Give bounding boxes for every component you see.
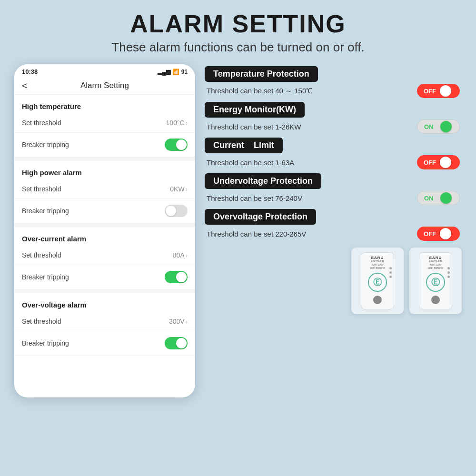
status-time: 10:38 <box>22 68 38 75</box>
toggle-current-knob <box>440 157 451 168</box>
toggle-overvoltage[interactable]: OFF <box>417 227 460 241</box>
breaker-toggle-3[interactable] <box>165 271 188 283</box>
set-threshold-value-1: 100°C › <box>166 119 188 127</box>
feature-current-row: Threshold can be set 1-63A OFF <box>205 155 462 169</box>
set-threshold-label-2: Set threshold <box>22 185 61 193</box>
feature-energy-label: Energy Monitor(KW) <box>205 102 305 118</box>
divider-3 <box>14 289 195 293</box>
battery-icon: 91 <box>181 69 188 75</box>
device-image-1: EARU EAKCB-T-M-63A~230VWIFI 50/60HZ Ⓔ <box>351 248 404 314</box>
set-threshold-label-3: Set threshold <box>22 251 61 259</box>
phone-header: < Alarm Setting <box>14 77 195 95</box>
feature-overvoltage: Overvoltage Protection Threshold can be … <box>205 209 462 241</box>
feature-temp-protection: Temperature Protection Threshold can be … <box>205 66 462 98</box>
device-dot-1a <box>389 267 392 269</box>
breaker-toggle-1[interactable] <box>165 139 188 151</box>
feature-overvoltage-label: Overvoltage Protection <box>205 209 316 225</box>
set-threshold-row-4[interactable]: Set threshold 300V › <box>14 312 195 331</box>
feature-overvoltage-row: Threshold can be set 220-265V OFF <box>205 227 462 241</box>
set-threshold-row-3[interactable]: Set threshold 80A › <box>14 246 195 265</box>
feature-energy-desc: Threshold can be set 1-26KW <box>207 123 301 131</box>
device-screen-2: Ⓔ <box>426 273 445 292</box>
set-threshold-value-2: 0KW › <box>170 185 188 193</box>
device-model-2: EAKCB-T-M-63A~230VWIFI 50/60HZ <box>428 260 443 270</box>
content-row: 10:38 ▂▄▆ 📶 91 < Alarm Setting High temp… <box>14 64 462 471</box>
feature-undervoltage-row: Threshold can be set 76-240V ON <box>205 191 462 205</box>
toggle-undervoltage[interactable]: ON <box>417 191 460 205</box>
toggle-temp-knob <box>440 85 451 97</box>
device-dot-1b <box>389 271 392 274</box>
toggle-energy-text: ON <box>424 123 437 130</box>
page-container: ALARM SETTING These alarm functions can … <box>0 0 476 476</box>
breaker-row-3: Breaker tripping <box>14 265 195 289</box>
wifi-icon: 📶 <box>172 69 179 75</box>
device-knob-1 <box>373 296 382 304</box>
feature-undervoltage-label: Undervoltage Protection <box>205 173 321 189</box>
toggle-overvoltage-knob <box>440 228 451 239</box>
feature-undervoltage: Undervoltage Protection Threshold can be… <box>205 173 462 205</box>
feature-temp-label: Temperature Protection <box>205 66 318 82</box>
breaker-label-4: Breaker tripping <box>22 339 69 347</box>
status-icons: ▂▄▆ 📶 91 <box>158 69 188 75</box>
feature-energy-monitor: Energy Monitor(KW) Threshold can be set … <box>205 102 462 134</box>
device-body-1: EARU EAKCB-T-M-63A~230VWIFI 50/60HZ Ⓔ <box>361 252 394 309</box>
toggle-energy[interactable]: ON <box>417 119 460 134</box>
breaker-toggle-4[interactable] <box>165 337 188 349</box>
breaker-label-1: Breaker tripping <box>22 141 69 149</box>
device-images-row: EARU EAKCB-T-M-63A~230VWIFI 50/60HZ Ⓔ <box>205 248 462 314</box>
section-overcurrent: Over-current alarm <box>14 227 195 246</box>
toggle-undervoltage-text: ON <box>424 195 437 202</box>
toggle-energy-knob <box>440 121 452 132</box>
section-overvoltage: Over-voltage alarm <box>14 293 195 312</box>
device-screen-icon-1: Ⓔ <box>373 277 382 288</box>
breaker-toggle-2[interactable] <box>165 205 188 217</box>
back-button[interactable]: < <box>22 80 28 91</box>
toggle-overvoltage-text: OFF <box>424 230 437 238</box>
set-threshold-row-1[interactable]: Set threshold 100°C › <box>14 113 195 133</box>
feature-temp-desc: Threshold can be set 40 ～ 150℃ <box>207 87 313 96</box>
breaker-label-2: Breaker tripping <box>22 207 69 215</box>
device-knob-2 <box>431 296 440 304</box>
device-screen-1: Ⓔ <box>368 273 387 292</box>
set-threshold-row-2[interactable]: Set threshold 0KW › <box>14 179 195 199</box>
feature-current-limit: Current Limit Threshold can be set 1-63A… <box>205 138 462 169</box>
toggle-undervoltage-knob <box>440 192 452 204</box>
set-threshold-label-1: Set threshold <box>22 119 61 127</box>
breaker-row-2: Breaker tripping <box>14 199 195 223</box>
feature-current-desc: Threshold can be set 1-63A <box>207 159 294 167</box>
device-body-2: EARU EAKCB-T-M-63A~230VWIFI 50/60HZ Ⓔ <box>419 252 452 309</box>
phone-header-title: Alarm Setting <box>80 81 129 90</box>
toggle-current[interactable]: OFF <box>417 155 460 169</box>
main-title: ALARM SETTING <box>130 10 346 38</box>
toggle-temp-text: OFF <box>424 88 437 95</box>
set-threshold-value-3: 80A › <box>173 251 188 259</box>
toggle-current-text: OFF <box>424 159 437 166</box>
section-high-power: High power alarm <box>14 161 195 179</box>
device-dot-2c <box>447 276 450 278</box>
phone-mockup: 10:38 ▂▄▆ 📶 91 < Alarm Setting High temp… <box>14 64 195 397</box>
features-panel: Temperature Protection Threshold can be … <box>205 64 462 471</box>
section-high-temp: High temperature <box>14 95 195 113</box>
breaker-row-4: Breaker tripping <box>14 331 195 356</box>
phone-status-bar: 10:38 ▂▄▆ 📶 91 <box>14 64 195 77</box>
sub-title: These alarm functions can be turned on o… <box>111 40 364 55</box>
feature-temp-row: Threshold can be set 40 ～ 150℃ OFF <box>205 84 462 98</box>
toggle-temp[interactable]: OFF <box>417 84 460 98</box>
feature-energy-row: Threshold can be set 1-26KW ON <box>205 119 462 134</box>
device-brand-1: EARU <box>371 256 384 260</box>
breaker-label-3: Breaker tripping <box>22 273 69 281</box>
set-threshold-value-4: 300V › <box>169 317 188 325</box>
feature-undervoltage-desc: Threshold can be set 76-240V <box>207 194 302 202</box>
feature-overvoltage-desc: Threshold can be set 220-265V <box>207 230 306 238</box>
device-image-2: EARU EAKCB-T-M-63A~230VWIFI 50/60HZ Ⓔ <box>409 248 462 314</box>
device-screen-icon-2: Ⓔ <box>431 277 440 288</box>
divider-2 <box>14 223 195 227</box>
feature-current-label: Current Limit <box>205 138 283 153</box>
device-model-1: EAKCB-T-M-63A~230VWIFI 50/60HZ <box>370 260 385 270</box>
device-brand-2: EARU <box>429 256 442 260</box>
device-dots-2 <box>447 267 450 278</box>
divider-1 <box>14 157 195 161</box>
device-dot-2a <box>447 267 450 269</box>
device-dot-1c <box>389 276 392 278</box>
device-dots-1 <box>389 267 392 278</box>
